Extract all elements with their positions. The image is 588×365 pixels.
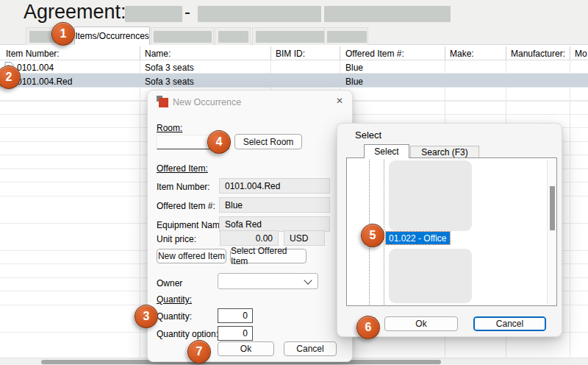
app-icon [157,96,168,107]
table-row-selected[interactable]: 0101.004.Red Sofa 3 seats Blue [0,74,588,88]
vertical-scrollbar-thumb[interactable] [550,186,555,230]
currency-field[interactable]: USD [284,230,325,246]
column-gridline [340,46,340,60]
callout-badge-7: 7 [187,340,211,364]
new-occurrence-dialog: New Occurrence ✕ Room: Select Room Offer… [147,90,353,362]
item-number-field[interactable]: 0101.004.Red [219,178,330,194]
redacted-tab-label [327,31,367,43]
callout-badge-5: 5 [361,224,384,247]
redacted-text [125,6,182,22]
vertical-scrollbar[interactable] [547,160,556,305]
cancel-button[interactable]: Cancel [284,341,337,356]
quantity-field[interactable]: 0 [218,308,253,323]
select-room-button[interactable]: Select Room [234,134,302,149]
col-model[interactable]: Mo [575,49,587,59]
redacted-text [198,6,321,22]
column-gridline [570,46,570,60]
tab-redacted-4[interactable] [252,27,326,45]
offered-item-label: Offered Item: [157,163,208,174]
offered-item-no-field[interactable]: Blue [219,197,330,213]
room-label: Room: [157,123,182,133]
redacted-tab-label [256,31,324,43]
redacted-tree-items [389,249,472,303]
quantity-option-field[interactable]: 0 [218,326,253,341]
column-gridline [445,46,445,60]
callout-badge-3: 3 [135,305,158,328]
redacted-tab-label [154,31,212,43]
quantity-option-label: Quantity option: [157,329,218,339]
tree-item-selected[interactable]: 01.022 - Office [386,232,450,244]
ok-button[interactable]: Ok [218,341,274,356]
ok-button[interactable]: Ok [384,316,458,331]
page-title: Agreement: [24,1,126,24]
tab-select[interactable]: Select [364,144,409,158]
header-separator: - [184,1,190,22]
cell-offered-item: Blue [345,77,363,87]
column-gridline [140,46,140,60]
cell-item-number: 0101.004.Red [17,77,72,87]
tab-items-occurrences[interactable]: Items/Occurrences [74,26,150,45]
tab-redacted-5[interactable] [324,27,368,45]
col-item-number[interactable]: Item Number: [6,49,60,59]
dialog-title: Select [355,130,381,141]
tab-search-f3[interactable]: Search (F3) [410,146,479,157]
redacted-tree-items [389,160,472,231]
app-window: { "header": { "title": "Agreement:", "se… [0,0,588,365]
equipment-name-label: Equipment Name: [157,220,227,230]
redacted-text [324,6,451,22]
col-offered-item[interactable]: Offered Item #: [345,49,404,59]
chevron-down-icon [304,276,312,284]
unit-price-label: Unit price: [157,234,196,244]
callout-badge-4: 4 [207,130,231,154]
col-name[interactable]: Name: [145,49,171,59]
dialog-title: New Occurrence [173,97,241,107]
cell-name: Sofa 3 seats [145,63,194,73]
callout-badge-1: 1 [51,22,75,46]
tab-redacted-3[interactable] [215,27,251,45]
tab-redacted-2[interactable] [151,27,214,45]
cancel-button[interactable]: Cancel [473,316,546,331]
select-offered-item-button[interactable]: Select Offered Item [230,249,306,263]
col-bim-id[interactable]: BIM ID: [276,49,305,59]
callout-badge-6: 6 [356,316,380,339]
column-gridline [506,46,506,60]
item-number-label: Item Number: [157,182,210,192]
quantity-label: Quantity: [157,311,192,322]
redacted-tab-label [218,31,248,43]
cell-item-number: 0101.004 [17,63,54,73]
table-row[interactable]: 0101.004 Sofa 3 seats Blue [0,60,588,74]
quantity-section-label: Quantity: [157,294,192,305]
col-make[interactable]: Make: [450,49,474,59]
cell-offered-item: Blue [345,63,363,73]
col-manufacturer[interactable]: Manufacturer: [511,49,565,59]
new-offered-item-button[interactable]: New offered Item [157,249,226,263]
equipment-name-field[interactable]: Sofa Red [219,216,330,232]
owner-label: Owner [157,278,182,288]
cell-name: Sofa 3 seats [145,77,194,87]
close-icon[interactable]: ✕ [331,94,348,107]
unit-price-field[interactable]: 0.00 [220,230,279,246]
offered-item-no-label: Offered Item #: [157,201,215,211]
column-gridline [270,46,271,60]
owner-combobox[interactable] [218,273,318,289]
